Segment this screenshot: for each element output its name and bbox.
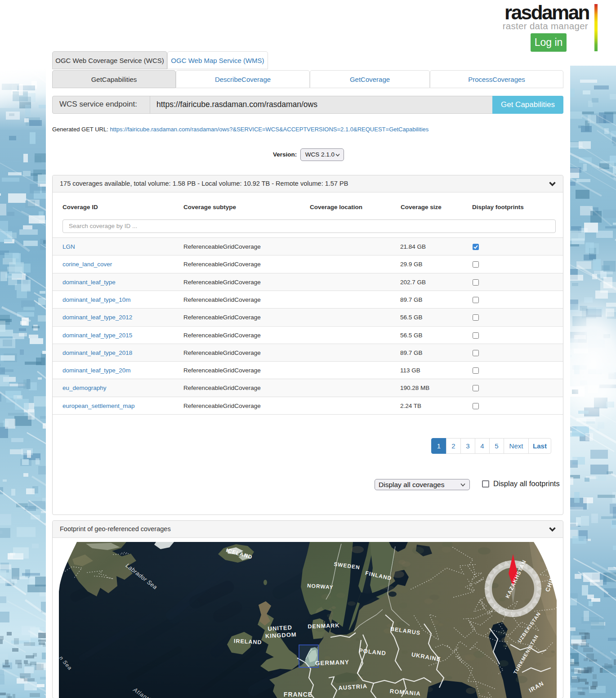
svg-text:DENMARK: DENMARK xyxy=(308,622,339,630)
svg-text:GERMANY: GERMANY xyxy=(315,659,349,667)
svg-text:UNITED: UNITED xyxy=(268,624,292,632)
svg-text:FRANCE: FRANCE xyxy=(284,691,312,698)
